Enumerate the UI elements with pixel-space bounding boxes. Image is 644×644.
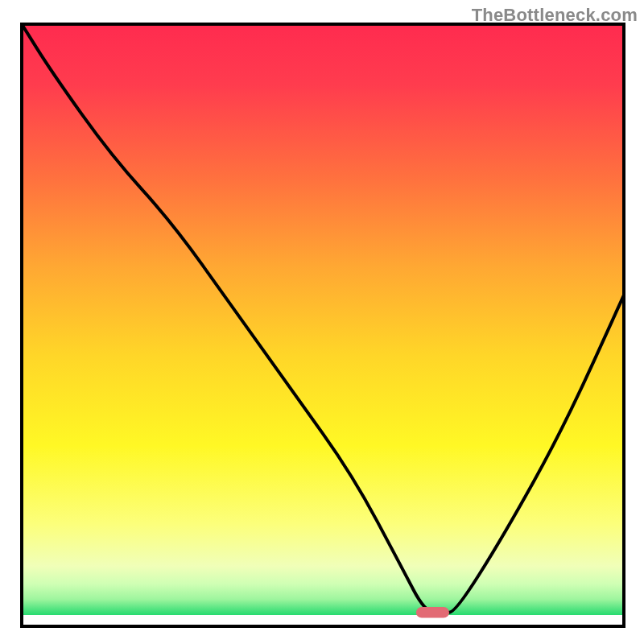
target-marker xyxy=(416,607,449,618)
watermark-text: TheBottleneck.com xyxy=(472,5,638,26)
chart-background-gradient xyxy=(22,24,624,626)
chart-plot-area xyxy=(20,23,625,628)
chart-svg xyxy=(20,23,625,628)
